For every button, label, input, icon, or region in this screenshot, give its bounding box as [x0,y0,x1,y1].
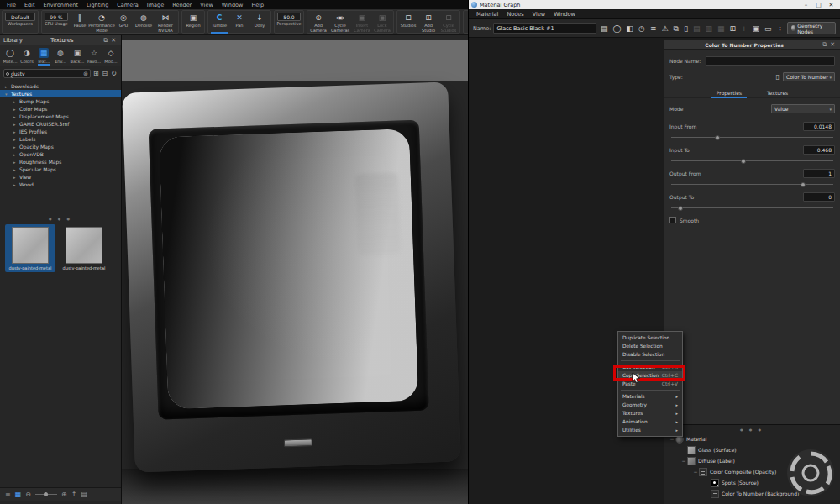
tab-textures[interactable]: ▦ Text... [35,48,52,64]
node-name-input[interactable] [706,56,835,66]
output-from-field[interactable] [803,169,835,178]
menu-item-animation[interactable]: Animation▸ [618,417,682,426]
mg-menu-nodes[interactable]: Nodes [502,11,528,18]
thumbnail-size-slider[interactable] [35,494,57,495]
tumble-button[interactable]: C Tumble [209,11,229,33]
node-type-dropdown[interactable]: Color To Number▾ [783,72,835,81]
remove-folder-icon[interactable]: ⊟ [102,70,109,77]
mg-menu-window[interactable]: Window [549,11,580,18]
geometry-nodes-toggle[interactable]: Geometry Nodes [787,22,836,34]
texture-thumbnail[interactable]: dusty-painted-metal [59,224,109,272]
performance-mode-button[interactable]: ◔ Performance Mode [90,11,113,33]
output-to-slider[interactable] [671,207,833,208]
menu-file[interactable]: File [3,2,19,8]
output-to-field[interactable] [803,192,835,202]
delete-node-icon[interactable]: ▯ [773,73,783,81]
tree-item-bump-maps[interactable]: ▸Bump Maps [0,97,121,105]
save-material-icon[interactable]: ▤ [599,21,609,36]
duplicate-node-icon[interactable]: ⧉ [672,21,680,36]
comment-icon[interactable]: ▭ [764,21,774,36]
pause-button[interactable]: ‖ Pause [70,11,90,33]
mg-menu-view[interactable]: View [528,11,549,18]
input-from-slider[interactable] [671,137,833,138]
material-name-input[interactable] [493,23,596,34]
clear-search-icon[interactable]: ⊗ [83,71,88,77]
menu-render[interactable]: Render [169,2,195,8]
add-folder-icon[interactable]: ⊞ [92,70,100,77]
smooth-checkbox[interactable] [669,217,676,223]
splitter-handle[interactable]: ● ● ● [0,213,121,223]
studios-button[interactable]: ⊟ Studios [398,11,418,33]
close-icon[interactable]: ✕ [828,41,837,48]
lock-camera-button[interactable]: ▣ Lock Camera [372,11,392,33]
pan-button[interactable]: ✕ Pan [229,11,249,33]
tree-item-labels[interactable]: ▸Labels [0,135,121,143]
tree-item-roughness-maps[interactable]: ▸Roughness Maps [0,158,121,165]
perspective-field[interactable]: 50.0 Perspective [276,11,302,33]
zoom-out-icon[interactable]: ⊖ [25,491,31,498]
menu-lighting[interactable]: Lighting [83,2,112,8]
expand-group-icon[interactable]: ▦ [716,21,726,36]
close-icon[interactable]: ✕ [109,37,118,44]
input-from-field[interactable] [803,122,835,131]
tree-item-wood[interactable]: ▸Wood [0,181,121,188]
minimize-button[interactable]: – [800,2,812,8]
output-from-slider[interactable] [671,184,833,185]
menu-item-materials[interactable]: Materials▸ [618,392,682,401]
undock-icon[interactable]: ⧉ [821,41,828,48]
tree-item-material[interactable]: −Material [664,433,840,444]
denoise-button[interactable]: ◍ Denoise [134,11,154,33]
menu-image[interactable]: Image [144,2,167,8]
auto-layout-icon[interactable]: ⊞ [728,21,738,36]
mg-menu-material[interactable]: Material [472,11,502,18]
tree-item-textures[interactable]: ▾Textures [0,90,121,97]
region-button[interactable]: ▣ Region [183,11,203,33]
list-view-icon[interactable]: ≡ [5,491,11,498]
zoom-in-icon[interactable]: ⊕ [61,491,67,498]
add-camera-button[interactable]: ⊕ Add Camera [308,11,328,33]
refresh-icon[interactable]: ↻ [110,70,118,77]
tree-item-displacement-maps[interactable]: ▸Displacement Maps [0,113,121,120]
folder-icon[interactable]: ▤ [81,491,87,498]
tree-item-ies-profiles[interactable]: ▸IES Profiles [0,128,121,135]
tab-materials[interactable]: ◯ Mate... [2,48,18,64]
menu-help[interactable]: Help [248,2,267,8]
menu-window[interactable]: Window [218,2,247,8]
search-input[interactable] [11,71,81,76]
ungroup-icon[interactable]: ▥ [704,21,714,36]
close-button[interactable]: ✕ [825,2,837,8]
tab-models[interactable]: ◇ Mod... [102,48,119,64]
filter-icon[interactable]: ≡ [648,21,658,36]
tab-colors[interactable]: ◑ Colors [18,48,35,64]
menu-item-utilities[interactable]: Utilities▸ [618,426,682,434]
group-icon[interactable]: ▤ [691,21,701,36]
tab-textures[interactable]: Textures [765,90,790,96]
cycle-cameras-button[interactable]: ◂▣▸ Cycle Cameras [328,11,352,33]
gpu-button[interactable]: ◎ GPU [113,11,134,33]
tab-favorites[interactable]: ☆ Favo... [86,48,102,64]
show-nodes-icon[interactable]: ◧ [625,21,635,36]
tab-properties[interactable]: Properties [715,90,743,96]
render-viewport[interactable] [122,35,468,504]
splitter-handle[interactable]: ● ● ● [664,425,840,433]
tree-item-opacity-maps[interactable]: ▸Opacity Maps [0,143,121,150]
menu-item-delete-selection[interactable]: Delete Selection [618,342,682,350]
insert-camera-button[interactable]: ▣ Insert Camera [352,11,372,33]
add-node-icon[interactable]: + [740,21,749,36]
upload-icon[interactable]: ↑ [71,491,77,498]
menu-item-textures[interactable]: Textures▸ [618,409,682,417]
menu-item-geometry[interactable]: Geometry▸ [618,401,682,409]
tree-item-specular-maps[interactable]: ▸Specular Maps [0,165,121,173]
menu-camera[interactable]: Camera [113,2,142,8]
warnings-icon[interactable]: ⚠ [660,21,669,36]
tree-item-openvdb[interactable]: ▸OpenVDB [0,150,121,158]
add-studio-button[interactable]: ⊞ Add Studio [418,11,438,33]
zoom-fit-icon[interactable]: ▣ [751,21,761,36]
tree-item-downloads[interactable]: ▸Downloads [0,82,121,90]
history-icon[interactable]: ◷ [638,21,647,36]
maximize-button[interactable]: □ [812,2,825,8]
cycle-studios-button[interactable]: ⊟ Cycle Studios [438,11,459,33]
tree-item-view[interactable]: ▸View [0,173,121,181]
cpu-usage-dropdown[interactable]: 99 % CPU Usage [43,11,70,33]
render-nvidia-button[interactable]: ⋈ Render NVIDIA [154,11,177,33]
